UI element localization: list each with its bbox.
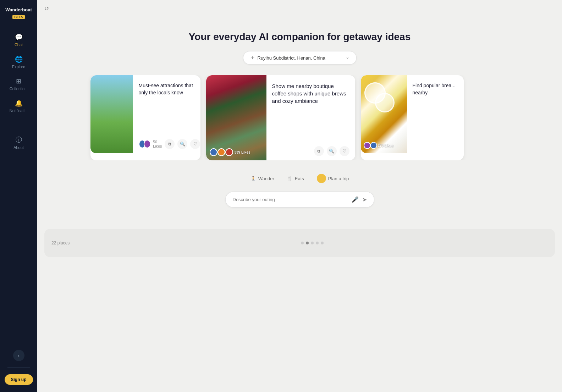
avatar <box>225 148 233 156</box>
explore-icon: 🌐 <box>15 55 23 63</box>
tab-eats-label: Eats <box>295 176 304 181</box>
notifications-icon: 🔔 <box>15 99 23 107</box>
card-coffee-likes: 339 Likes <box>235 150 250 154</box>
card-avatars: 50 Likes <box>139 140 165 148</box>
bottom-section: 22 places <box>44 229 555 257</box>
chat-icon: 💬 <box>15 33 23 41</box>
collapse-icon: ‹ <box>18 353 20 358</box>
send-icon[interactable]: ➤ <box>362 196 367 203</box>
avatar <box>144 140 151 148</box>
dot-4 <box>316 242 319 244</box>
card-breakfast-likes: 273 Likes <box>378 144 394 148</box>
search-bar: 🎤 ➤ <box>225 192 374 208</box>
sidebar-item-explore[interactable]: 🌐 Explore <box>4 52 34 72</box>
bottom-tabs: 🚶 Wander 🍴 Eats Plan a trip <box>246 171 354 186</box>
card-coffee-copy-button[interactable]: ⧉ <box>314 146 324 156</box>
sidebar-item-about-label: About <box>13 145 24 150</box>
beta-badge: BETA <box>12 15 25 19</box>
card-attractions: Must-see attractions that only the local… <box>90 75 200 160</box>
tab-plan[interactable]: Plan a trip <box>312 171 354 186</box>
search-input[interactable] <box>233 197 348 202</box>
mic-icon[interactable]: 🎤 <box>352 196 359 203</box>
card-search-button[interactable]: 🔍 <box>177 139 187 149</box>
collections-icon: ⊞ <box>16 77 21 85</box>
card-coffee-search-button[interactable]: 🔍 <box>327 146 337 156</box>
dot-2 <box>306 242 309 244</box>
sidebar-item-chat-label: Chat <box>15 43 23 47</box>
hero-title: Your everyday AI companion for getaway i… <box>189 31 411 43</box>
about-icon: ⓘ <box>16 136 22 144</box>
plan-dot-icon <box>317 174 326 183</box>
eats-icon: 🍴 <box>287 176 293 181</box>
sidebar-item-chat[interactable]: 💬 Chat <box>4 30 34 50</box>
dot-navigation <box>301 242 324 244</box>
sidebar-divider <box>7 368 30 368</box>
sidebar-item-collections[interactable]: ⊞ Collectio... <box>4 74 34 94</box>
card-like-button[interactable]: ♡ <box>190 139 200 149</box>
sidebar-item-about[interactable]: ⓘ About <box>4 132 34 153</box>
likes-count: 50 Likes <box>153 140 165 148</box>
places-count: 22 places <box>51 241 70 245</box>
topbar: ↺ <box>37 0 562 17</box>
dot-5 <box>321 242 324 244</box>
card-attractions-text: Must-see attractions that only the local… <box>139 82 200 96</box>
sidebar-item-notifications[interactable]: 🔔 Notificati... <box>4 96 34 116</box>
sidebar: Wanderboat BETA 💬 Chat 🌐 Explore ⊞ Colle… <box>0 0 37 392</box>
card-breakfast: 273 Likes Find popular brea... nearby <box>361 75 464 160</box>
avatar <box>364 142 371 149</box>
avatar <box>210 148 217 156</box>
card-coffee-text: Show me nearby boutique coffee shops wit… <box>272 82 349 105</box>
app-logo: Wanderboat <box>5 7 32 13</box>
hero-section: Your everyday AI companion for getaway i… <box>37 17 562 229</box>
tab-wander-label: Wander <box>258 176 274 181</box>
sidebar-item-notifications-label: Notificati... <box>10 109 28 113</box>
location-plane-icon: ✈ <box>250 55 255 61</box>
dot-3 <box>311 242 314 244</box>
signup-button[interactable]: Sign up <box>5 374 33 385</box>
avatar <box>217 148 225 156</box>
card-copy-button[interactable]: ⧉ <box>165 139 175 149</box>
tab-wander[interactable]: 🚶 Wander <box>246 171 279 186</box>
dot-1 <box>301 242 304 244</box>
tab-plan-label: Plan a trip <box>328 176 349 181</box>
chevron-down-icon: ∨ <box>346 55 349 60</box>
location-text: Ruyihu Subdistrict, Henan, China <box>258 55 326 61</box>
sidebar-item-collections-label: Collectio... <box>10 87 28 91</box>
sidebar-nav: 💬 Chat 🌐 Explore ⊞ Collectio... 🔔 Notifi… <box>0 30 37 346</box>
card-coffee-like-button[interactable]: ♡ <box>340 146 349 156</box>
sidebar-item-explore-label: Explore <box>12 65 25 69</box>
avatar <box>370 142 377 149</box>
wander-icon: 🚶 <box>250 176 256 181</box>
reload-button[interactable]: ↺ <box>44 5 49 12</box>
sidebar-collapse-button[interactable]: ‹ <box>13 350 24 361</box>
cards-row: Must-see attractions that only the local… <box>87 75 513 160</box>
main-content: ↺ Your everyday AI companion for getaway… <box>37 0 562 392</box>
tab-eats[interactable]: 🍴 Eats <box>282 171 309 186</box>
card-coffee: 339 Likes Show me nearby boutique coffee… <box>206 75 355 160</box>
location-selector[interactable]: ✈ Ruyihu Subdistrict, Henan, China ∨ <box>243 51 357 65</box>
card-breakfast-text: Find popular brea... nearby <box>413 82 458 96</box>
